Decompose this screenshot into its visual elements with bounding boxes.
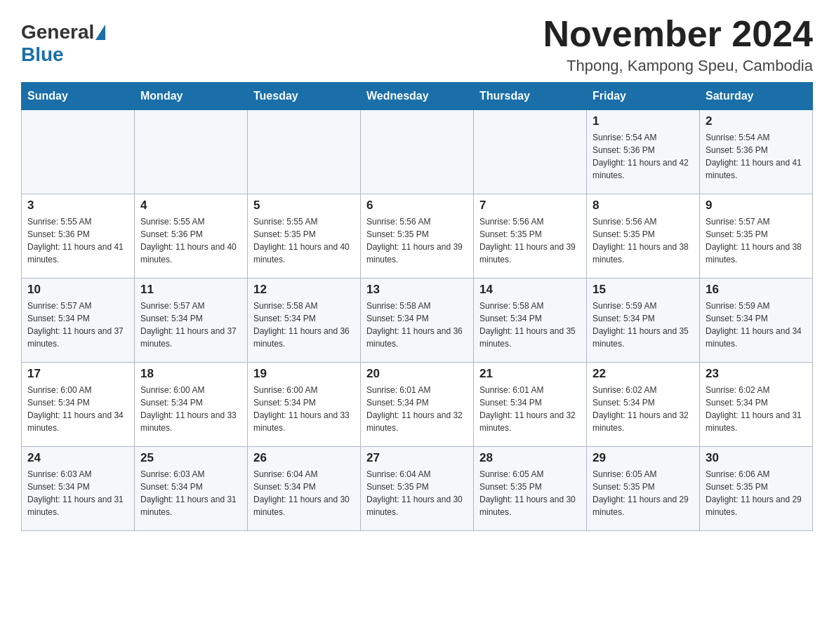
- day-number: 10: [27, 283, 128, 297]
- calendar-cell: 11Sunrise: 5:57 AMSunset: 5:34 PMDayligh…: [135, 279, 248, 363]
- day-number: 21: [479, 367, 581, 381]
- day-number: 3: [27, 199, 128, 213]
- day-number: 5: [253, 199, 355, 213]
- day-info: Sunrise: 6:00 AMSunset: 5:34 PMDaylight:…: [27, 384, 128, 434]
- calendar-header-sunday: Sunday: [22, 83, 135, 110]
- day-info: Sunrise: 6:03 AMSunset: 5:34 PMDaylight:…: [27, 468, 128, 518]
- day-info: Sunrise: 5:59 AMSunset: 5:34 PMDaylight:…: [593, 300, 694, 350]
- calendar-week-row: 10Sunrise: 5:57 AMSunset: 5:34 PMDayligh…: [22, 279, 813, 363]
- calendar-cell: 9Sunrise: 5:57 AMSunset: 5:35 PMDaylight…: [700, 194, 813, 279]
- day-number: 13: [366, 283, 468, 297]
- calendar-cell: 15Sunrise: 5:59 AMSunset: 5:34 PMDayligh…: [587, 279, 700, 363]
- day-number: 2: [706, 114, 807, 128]
- day-number: 29: [593, 451, 694, 465]
- calendar-header-row: SundayMondayTuesdayWednesdayThursdayFrid…: [22, 83, 813, 110]
- day-number: 17: [27, 367, 128, 381]
- day-info: Sunrise: 5:55 AMSunset: 5:36 PMDaylight:…: [140, 215, 241, 266]
- header: General Blue November 2024 Thpong, Kampo…: [21, 14, 813, 75]
- calendar-table: SundayMondayTuesdayWednesdayThursdayFrid…: [21, 82, 813, 531]
- day-info: Sunrise: 5:58 AMSunset: 5:34 PMDaylight:…: [366, 300, 468, 350]
- day-info: Sunrise: 6:02 AMSunset: 5:34 PMDaylight:…: [706, 384, 807, 434]
- calendar-cell: 8Sunrise: 5:56 AMSunset: 5:35 PMDaylight…: [587, 194, 700, 279]
- day-info: Sunrise: 5:56 AMSunset: 5:35 PMDaylight:…: [593, 215, 694, 266]
- calendar-cell: 4Sunrise: 5:55 AMSunset: 5:36 PMDaylight…: [135, 194, 248, 279]
- calendar-cell: 23Sunrise: 6:02 AMSunset: 5:34 PMDayligh…: [700, 363, 813, 447]
- day-info: Sunrise: 5:55 AMSunset: 5:35 PMDaylight:…: [253, 215, 355, 266]
- day-number: 22: [593, 367, 694, 381]
- day-number: 26: [253, 451, 355, 465]
- calendar-cell: [248, 110, 361, 194]
- day-number: 12: [253, 283, 355, 297]
- calendar-header-monday: Monday: [135, 83, 248, 110]
- calendar-cell: 7Sunrise: 5:56 AMSunset: 5:35 PMDaylight…: [474, 194, 587, 279]
- calendar-header-tuesday: Tuesday: [248, 83, 361, 110]
- day-info: Sunrise: 6:05 AMSunset: 5:35 PMDaylight:…: [479, 468, 581, 518]
- calendar-cell: 1Sunrise: 5:54 AMSunset: 5:36 PMDaylight…: [587, 110, 700, 194]
- day-number: 27: [366, 451, 468, 465]
- day-info: Sunrise: 5:57 AMSunset: 5:34 PMDaylight:…: [140, 300, 241, 350]
- calendar-header-thursday: Thursday: [474, 83, 587, 110]
- day-info: Sunrise: 6:06 AMSunset: 5:35 PMDaylight:…: [706, 468, 807, 518]
- calendar-cell: 6Sunrise: 5:56 AMSunset: 5:35 PMDaylight…: [361, 194, 474, 279]
- day-number: 1: [593, 114, 694, 128]
- day-number: 7: [479, 199, 581, 213]
- calendar-cell: 19Sunrise: 6:00 AMSunset: 5:34 PMDayligh…: [248, 363, 361, 447]
- day-info: Sunrise: 5:55 AMSunset: 5:36 PMDaylight:…: [27, 215, 128, 266]
- day-info: Sunrise: 5:54 AMSunset: 5:36 PMDaylight:…: [706, 131, 807, 182]
- day-info: Sunrise: 5:54 AMSunset: 5:36 PMDaylight:…: [593, 131, 694, 182]
- day-number: 14: [479, 283, 581, 297]
- calendar-cell: 26Sunrise: 6:04 AMSunset: 5:34 PMDayligh…: [248, 447, 361, 531]
- calendar-cell: 28Sunrise: 6:05 AMSunset: 5:35 PMDayligh…: [474, 447, 587, 531]
- day-number: 6: [366, 199, 468, 213]
- logo: General Blue: [21, 14, 107, 66]
- day-number: 15: [593, 283, 694, 297]
- calendar-cell: 29Sunrise: 6:05 AMSunset: 5:35 PMDayligh…: [587, 447, 700, 531]
- month-title: November 2024: [543, 14, 813, 54]
- day-info: Sunrise: 6:00 AMSunset: 5:34 PMDaylight:…: [253, 384, 355, 434]
- day-info: Sunrise: 6:01 AMSunset: 5:34 PMDaylight:…: [479, 384, 581, 434]
- calendar-header-wednesday: Wednesday: [361, 83, 474, 110]
- calendar-cell: 12Sunrise: 5:58 AMSunset: 5:34 PMDayligh…: [248, 279, 361, 363]
- day-number: 30: [706, 451, 807, 465]
- calendar-cell: 21Sunrise: 6:01 AMSunset: 5:34 PMDayligh…: [474, 363, 587, 447]
- calendar-cell: 16Sunrise: 5:59 AMSunset: 5:34 PMDayligh…: [700, 279, 813, 363]
- calendar-week-row: 17Sunrise: 6:00 AMSunset: 5:34 PMDayligh…: [22, 363, 813, 447]
- calendar-cell: 20Sunrise: 6:01 AMSunset: 5:34 PMDayligh…: [361, 363, 474, 447]
- calendar-cell: 18Sunrise: 6:00 AMSunset: 5:34 PMDayligh…: [135, 363, 248, 447]
- day-info: Sunrise: 5:59 AMSunset: 5:34 PMDaylight:…: [706, 300, 807, 350]
- day-info: Sunrise: 5:58 AMSunset: 5:34 PMDaylight:…: [479, 300, 581, 350]
- day-number: 20: [366, 367, 468, 381]
- calendar-cell: 27Sunrise: 6:04 AMSunset: 5:35 PMDayligh…: [361, 447, 474, 531]
- day-info: Sunrise: 6:04 AMSunset: 5:35 PMDaylight:…: [366, 468, 468, 518]
- day-info: Sunrise: 5:56 AMSunset: 5:35 PMDaylight:…: [479, 215, 581, 266]
- day-info: Sunrise: 5:57 AMSunset: 5:35 PMDaylight:…: [706, 215, 807, 266]
- logo-blue-text: Blue: [21, 43, 64, 66]
- day-number: 8: [593, 199, 694, 213]
- day-number: 24: [27, 451, 128, 465]
- day-info: Sunrise: 6:01 AMSunset: 5:34 PMDaylight:…: [366, 384, 468, 434]
- logo-general-text: General: [21, 21, 94, 43]
- calendar-cell: [22, 110, 135, 194]
- day-number: 28: [479, 451, 581, 465]
- calendar-cell: 14Sunrise: 5:58 AMSunset: 5:34 PMDayligh…: [474, 279, 587, 363]
- day-number: 25: [140, 451, 241, 465]
- day-info: Sunrise: 6:03 AMSunset: 5:34 PMDaylight:…: [140, 468, 241, 518]
- day-number: 19: [253, 367, 355, 381]
- calendar-header-friday: Friday: [587, 83, 700, 110]
- calendar-week-row: 3Sunrise: 5:55 AMSunset: 5:36 PMDaylight…: [22, 194, 813, 279]
- title-area: November 2024 Thpong, Kampong Speu, Camb…: [543, 14, 813, 75]
- calendar-cell: 24Sunrise: 6:03 AMSunset: 5:34 PMDayligh…: [22, 447, 135, 531]
- calendar-week-row: 1Sunrise: 5:54 AMSunset: 5:36 PMDaylight…: [22, 110, 813, 194]
- calendar-cell: [135, 110, 248, 194]
- calendar-cell: 5Sunrise: 5:55 AMSunset: 5:35 PMDaylight…: [248, 194, 361, 279]
- calendar-cell: 25Sunrise: 6:03 AMSunset: 5:34 PMDayligh…: [135, 447, 248, 531]
- calendar-cell: 22Sunrise: 6:02 AMSunset: 5:34 PMDayligh…: [587, 363, 700, 447]
- day-number: 16: [706, 283, 807, 297]
- calendar-cell: 2Sunrise: 5:54 AMSunset: 5:36 PMDaylight…: [700, 110, 813, 194]
- day-info: Sunrise: 6:02 AMSunset: 5:34 PMDaylight:…: [593, 384, 694, 434]
- day-number: 9: [706, 199, 807, 213]
- day-info: Sunrise: 5:58 AMSunset: 5:34 PMDaylight:…: [253, 300, 355, 350]
- calendar-cell: 13Sunrise: 5:58 AMSunset: 5:34 PMDayligh…: [361, 279, 474, 363]
- calendar-cell: 3Sunrise: 5:55 AMSunset: 5:36 PMDaylight…: [22, 194, 135, 279]
- calendar-cell: 17Sunrise: 6:00 AMSunset: 5:34 PMDayligh…: [22, 363, 135, 447]
